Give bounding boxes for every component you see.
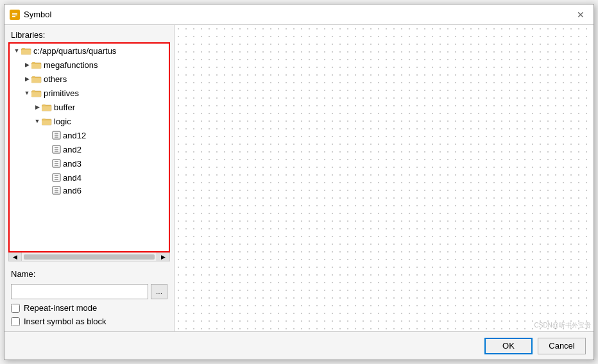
folder-icon-others	[31, 75, 42, 83]
symbol-icon-and4	[52, 173, 61, 182]
symbol-icon-and2	[52, 145, 61, 154]
folder-icon-logic	[42, 117, 52, 126]
dialog-body: Libraries: ▼	[4, 25, 594, 331]
preview-panel: CSDN@听书外宝贵	[175, 25, 594, 331]
svg-rect-22	[42, 106, 51, 111]
tree-container[interactable]: ▼ c:/app/quartus/quartus	[8, 42, 170, 252]
svg-rect-1	[12, 13, 17, 14]
tree-item-and3[interactable]: ▶ and3	[10, 156, 169, 170]
left-panel: Libraries: ▼	[4, 25, 175, 331]
scroll-left[interactable]: ◀	[9, 252, 22, 261]
tree-item-and12[interactable]: ▶ and12	[10, 128, 169, 142]
svg-rect-19	[32, 90, 35, 92]
svg-rect-15	[32, 76, 35, 78]
primitives-label: primitives	[44, 88, 79, 98]
tree-item-others[interactable]: ▶ others	[10, 72, 169, 86]
repeat-insert-label[interactable]: Repeat-insert mode	[24, 303, 97, 313]
bottom-controls: Name: ... Repeat-insert mode Insert symb…	[4, 264, 174, 331]
svg-rect-2	[12, 14, 17, 15]
repeat-insert-row: Repeat-insert mode	[11, 303, 167, 313]
root-label: c:/app/quartus/quartus	[33, 46, 116, 56]
dot-grid	[175, 25, 594, 331]
scroll-thumb-h	[24, 254, 155, 260]
h-scrollbar[interactable]: ◀ ▶	[8, 252, 170, 261]
ok-button[interactable]: OK	[484, 338, 533, 354]
name-row: ...	[11, 284, 167, 299]
tree-item-and2[interactable]: ▶ and2	[10, 142, 169, 156]
toggle-buffer[interactable]: ▶	[33, 103, 42, 112]
close-button[interactable]: ✕	[573, 7, 588, 22]
buffer-label: buffer	[54, 103, 75, 112]
svg-rect-14	[31, 78, 41, 83]
svg-rect-3	[12, 16, 15, 17]
title-bar-left: Symbol	[10, 10, 51, 20]
and2-label: and2	[63, 145, 81, 154]
folder-icon-root	[21, 47, 31, 55]
scroll-right[interactable]: ▶	[157, 252, 169, 261]
tree-scroll-inner: ▼ c:/app/quartus/quartus	[10, 44, 169, 196]
repeat-insert-checkbox[interactable]	[11, 304, 20, 313]
name-label: Name:	[11, 269, 167, 279]
tree-item-megafunctions[interactable]: ▶ megafunctions	[10, 58, 169, 72]
toggle-others[interactable]: ▶	[22, 74, 31, 83]
browse-button[interactable]: ...	[151, 284, 167, 299]
svg-rect-26	[42, 120, 51, 125]
title-bar: Symbol ✕	[4, 4, 594, 25]
and3-label: and3	[63, 159, 81, 169]
tree-item-root[interactable]: ▼ c:/app/quartus/quartus	[10, 44, 169, 58]
tree-item-and4[interactable]: ▶ and4	[10, 170, 169, 185]
svg-rect-6	[21, 50, 31, 54]
and6-label: and6	[63, 186, 81, 195]
symbol-icon-and3	[52, 159, 61, 168]
folder-icon-buffer	[42, 103, 52, 112]
insert-as-block-row: Insert symbol as block	[11, 317, 167, 326]
tree-item-primitives[interactable]: ▼ primitives	[10, 86, 169, 100]
folder-icon-primitives	[31, 89, 42, 97]
name-input[interactable]	[11, 284, 148, 299]
folder-icon-megafunctions	[31, 61, 42, 69]
toggle-root[interactable]: ▼	[12, 46, 21, 55]
svg-rect-10	[31, 64, 41, 69]
svg-rect-23	[42, 104, 46, 106]
symbol-icon-and6	[52, 186, 61, 195]
and12-label: and12	[63, 131, 86, 140]
dialog-icon	[10, 10, 20, 20]
tree-item-logic[interactable]: ▼ logic	[10, 114, 169, 128]
cancel-button[interactable]: Cancel	[538, 338, 586, 354]
toggle-logic[interactable]: ▼	[33, 117, 42, 126]
tree-item-buffer[interactable]: ▶ buffer	[10, 100, 169, 114]
tree-item-and6[interactable]: ▶ and6	[10, 185, 169, 196]
insert-as-block-label[interactable]: Insert symbol as block	[24, 317, 107, 326]
libraries-label: Libraries:	[4, 25, 174, 42]
svg-rect-7	[22, 48, 25, 49]
insert-as-block-checkbox[interactable]	[11, 317, 20, 326]
dialog-title: Symbol	[24, 10, 51, 19]
megafunctions-label: megafunctions	[44, 60, 98, 70]
toggle-megafunctions[interactable]: ▶	[22, 60, 31, 69]
logic-label: logic	[54, 117, 71, 126]
and4-label: and4	[63, 173, 81, 183]
svg-rect-11	[32, 62, 35, 63]
symbol-dialog: Symbol ✕ Libraries: ▼	[4, 4, 594, 360]
svg-rect-27	[42, 119, 46, 120]
dialog-footer: OK Cancel	[4, 331, 594, 360]
svg-rect-18	[31, 92, 41, 97]
symbol-icon-and12	[52, 131, 61, 140]
toggle-primitives[interactable]: ▼	[22, 88, 31, 97]
others-label: others	[44, 74, 67, 84]
